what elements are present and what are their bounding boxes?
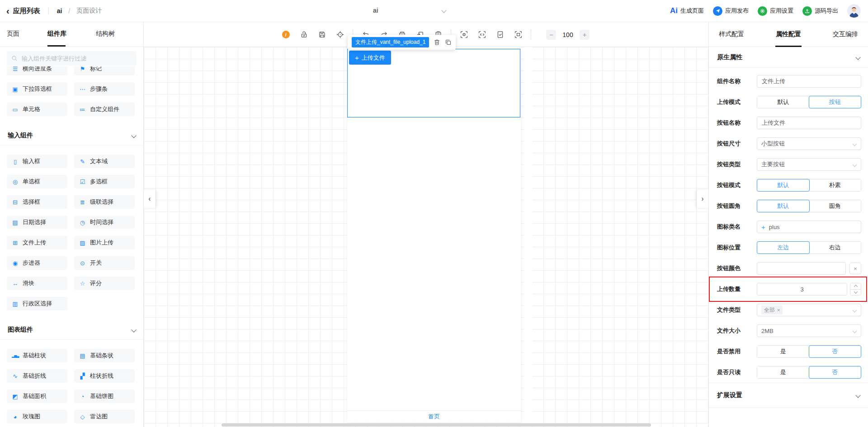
component-item-marker[interactable]: ⚑ 标记 xyxy=(74,66,135,75)
save-icon[interactable] xyxy=(318,31,326,39)
unlock-icon[interactable] xyxy=(300,31,308,39)
tab-structure-tree[interactable]: 结构树 xyxy=(96,30,115,38)
button-size-select[interactable]: 小型按钮 xyxy=(757,137,861,150)
component-item-district-picker[interactable]: ▥ 行政区选择 xyxy=(7,297,67,310)
component-label: 输入框 xyxy=(23,157,40,165)
component-item-dropdown-filter[interactable]: ▣ 下拉筛选框 xyxy=(7,82,67,96)
phone-page[interactable]: + 上传文件 首页 xyxy=(347,47,521,422)
component-item-image-upload[interactable]: ▨ 图片上传 xyxy=(74,236,135,249)
component-item-rate[interactable]: ☆ 评分 xyxy=(74,277,135,290)
button-mode-plain[interactable]: 朴素 xyxy=(809,179,861,191)
component-search[interactable] xyxy=(7,51,137,66)
component-item-progress-h[interactable]: ☰ 横向进度条 xyxy=(7,66,67,75)
decrement-button[interactable] xyxy=(850,289,861,296)
component-item-rose-chart[interactable]: ◕ 玫瑰图 xyxy=(7,410,67,423)
component-item-pie-chart[interactable]: ◔ 基础饼图 xyxy=(74,389,135,403)
component-id-label: 文件上传_vant_file_upload_1 xyxy=(352,37,429,47)
component-item-radar-chart[interactable]: ◇ 雷达图 xyxy=(74,410,135,423)
back-chevron-icon[interactable]: ‹ xyxy=(6,6,9,15)
preview-scan-icon[interactable] xyxy=(460,31,468,39)
button-round-rounded[interactable]: 圆角 xyxy=(809,200,861,212)
component-item-area-chart[interactable]: ◩ 基础面积 xyxy=(7,389,67,403)
component-item-radio[interactable]: ◎ 单选框 xyxy=(7,175,67,188)
component-name-input[interactable] xyxy=(757,75,861,88)
file-type-select[interactable]: 全部 × xyxy=(757,304,861,316)
icon-position-left[interactable]: 左边 xyxy=(757,241,810,254)
component-item-steps[interactable]: ⋯ 步骤条 xyxy=(74,82,135,96)
tab-interaction-config[interactable]: 交互编排 xyxy=(833,22,858,47)
component-item-file-upload[interactable]: ⊞ 文件上传 xyxy=(7,236,67,249)
search-input[interactable] xyxy=(21,55,132,62)
tab-pages[interactable]: 页面 xyxy=(7,30,19,38)
section-extended-settings[interactable]: 扩展设置 xyxy=(709,383,868,408)
tab-property-config[interactable]: 属性配置 xyxy=(776,22,801,47)
upload-count-input[interactable] xyxy=(757,283,847,296)
selected-file-upload-component[interactable]: + 上传文件 xyxy=(347,49,520,117)
section-input-components[interactable]: 输入组件 xyxy=(0,126,143,145)
increment-button[interactable] xyxy=(850,283,861,289)
section-native-properties[interactable]: 原生属性 xyxy=(709,47,868,68)
copy-component-icon[interactable] xyxy=(445,39,452,46)
disabled-yes[interactable]: 是 xyxy=(757,346,809,357)
upload-file-button[interactable]: + 上传文件 xyxy=(349,51,391,65)
component-item-cell[interactable]: ▭ 单元格 xyxy=(7,103,67,116)
component-label: 多选框 xyxy=(90,178,108,186)
collapse-left-panel-handle[interactable]: ‹ xyxy=(144,190,156,208)
file-size-select[interactable]: 2MB xyxy=(757,324,861,337)
delete-component-icon[interactable] xyxy=(434,39,440,46)
button-color-input[interactable] xyxy=(757,262,846,275)
search-icon xyxy=(11,55,18,61)
user-avatar[interactable] xyxy=(847,4,861,18)
section-chart-components[interactable]: 图表组件 xyxy=(0,320,143,340)
breadcrumb-app[interactable]: ai xyxy=(57,7,62,14)
app-settings-button[interactable]: 应用设置 xyxy=(758,6,793,16)
export-code-button[interactable]: 源码导出 xyxy=(802,6,838,16)
frame-icon[interactable] xyxy=(514,31,522,39)
remove-tag-icon[interactable]: × xyxy=(777,307,780,313)
component-item-slider[interactable]: ↔ 滑块 xyxy=(7,277,67,290)
component-item-stepper[interactable]: ◉ 步进器 xyxy=(7,256,67,270)
doc-check-icon[interactable] xyxy=(496,31,504,39)
icon-class-input[interactable]: + plus xyxy=(757,221,861,233)
disabled-no[interactable]: 否 xyxy=(809,345,862,358)
icon-position-right[interactable]: 右边 xyxy=(809,242,861,253)
component-item-input[interactable]: ▯ 输入框 xyxy=(7,155,67,168)
zoom-out-button[interactable]: − xyxy=(546,30,556,40)
component-item-switch[interactable]: ⊙ 开关 xyxy=(74,256,135,270)
generate-page-button[interactable]: Ai 生成页面 xyxy=(670,6,704,15)
readonly-yes[interactable]: 是 xyxy=(757,366,809,378)
component-item-hbar-chart[interactable]: ▤ 基础条状 xyxy=(74,349,135,362)
back-to-app-list[interactable]: 应用列表 xyxy=(13,7,40,15)
upload-mode-default[interactable]: 默认 xyxy=(757,96,809,108)
button-mode-default[interactable]: 默认 xyxy=(757,179,810,192)
collapse-right-panel-handle[interactable]: › xyxy=(697,190,708,208)
clear-color-button[interactable]: × xyxy=(849,263,861,274)
component-item-cascader[interactable]: ≣ 级联选择 xyxy=(74,195,135,209)
component-item-custom[interactable]: ≔ 自定义组件 xyxy=(74,103,135,116)
readonly-no[interactable]: 否 xyxy=(809,366,862,379)
code-scan-icon[interactable] xyxy=(478,31,486,39)
button-type-select[interactable]: 主要按钮 xyxy=(757,158,861,171)
component-item-select[interactable]: ⊟ 选择框 xyxy=(7,195,67,209)
page-selector[interactable]: ai xyxy=(344,0,461,22)
tabbar-home-label[interactable]: 首页 xyxy=(428,413,440,421)
header-left: ‹ 应用列表 ai / 页面设计 xyxy=(0,6,102,15)
component-item-time-picker[interactable]: ◷ 时间选择 xyxy=(74,216,135,229)
target-icon[interactable] xyxy=(336,31,344,39)
tab-component-library[interactable]: 组件库 xyxy=(47,30,66,38)
horizontal-scrollbar[interactable] xyxy=(222,423,651,427)
component-item-bar-chart[interactable]: ▂▅▃ 基础柱状 xyxy=(7,349,67,362)
upload-mode-button[interactable]: 按钮 xyxy=(809,96,862,108)
component-item-textarea[interactable]: ✎ 文本域 xyxy=(74,155,135,168)
button-name-input[interactable] xyxy=(757,117,861,129)
component-item-bar-line-chart[interactable]: ▞ 柱状折线 xyxy=(74,369,135,383)
info-icon[interactable]: i xyxy=(282,31,290,39)
page-selector-value[interactable]: ai xyxy=(373,7,378,14)
component-item-date-picker[interactable]: ▤ 日期选择 xyxy=(7,216,67,229)
publish-app-button[interactable]: 应用发布 xyxy=(713,6,749,16)
zoom-in-button[interactable]: + xyxy=(580,30,590,40)
component-item-checkbox[interactable]: ☑ 多选框 xyxy=(74,175,135,188)
component-item-line-chart[interactable]: ∿ 基础折线 xyxy=(7,369,67,383)
button-round-default[interactable]: 默认 xyxy=(757,200,810,212)
tab-style-config[interactable]: 样式配置 xyxy=(719,22,744,47)
